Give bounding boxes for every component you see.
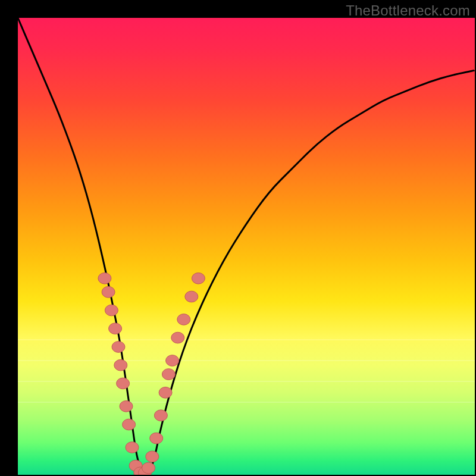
marker-dot: [109, 323, 122, 334]
marker-dot: [192, 273, 205, 284]
marker-dot: [171, 332, 184, 343]
marker-dot: [117, 378, 130, 389]
plot-area: [18, 18, 475, 475]
bottleneck-curve: [18, 18, 475, 474]
marker-dot: [154, 410, 167, 421]
marker-dot: [166, 355, 179, 367]
marker-dot: [105, 305, 118, 316]
marker-dot: [159, 387, 172, 398]
watermark-text: TheBottleneck.com: [346, 2, 470, 19]
marker-dot: [112, 342, 125, 353]
marker-dot: [114, 359, 127, 371]
markers-layer: [98, 273, 205, 475]
marker-dot: [120, 400, 133, 412]
marker-dot: [150, 433, 163, 444]
marker-dot: [146, 451, 159, 462]
chart-svg: [18, 18, 475, 475]
marker-dot: [102, 286, 115, 298]
marker-dot: [123, 419, 136, 430]
marker-dot: [126, 442, 139, 453]
marker-dot: [162, 369, 175, 380]
chart-frame: TheBottleneck.com: [0, 0, 476, 476]
marker-dot: [177, 314, 190, 325]
marker-dot: [98, 273, 111, 284]
curve-layer: [18, 18, 475, 474]
marker-dot: [185, 291, 198, 302]
marker-dot: [142, 462, 155, 474]
